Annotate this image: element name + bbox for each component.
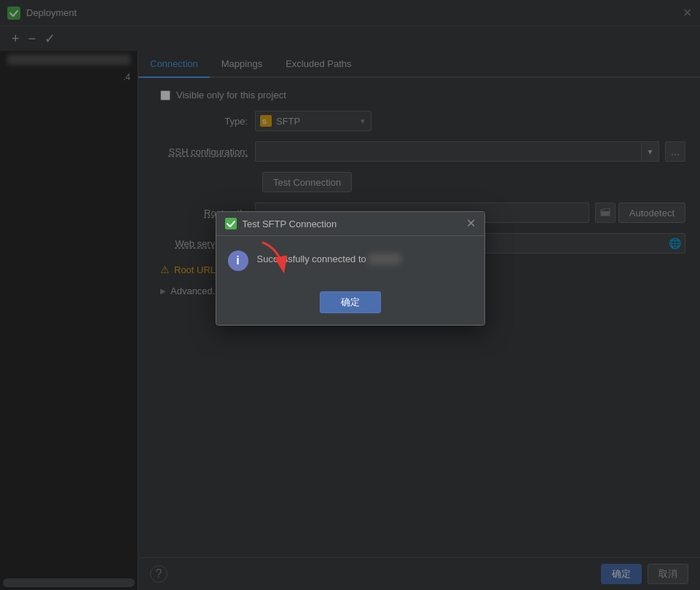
dialog-title: Test SFTP Connection <box>243 219 460 229</box>
modal-overlay: Test SFTP Connection ✕ i Successfully co… <box>0 0 700 590</box>
dialog-footer: 确定 <box>216 286 484 325</box>
dialog-app-icon <box>225 218 237 229</box>
info-icon: i <box>228 251 248 271</box>
red-arrow-icon <box>248 237 300 285</box>
dialog-ok-button[interactable]: 确定 <box>320 291 381 313</box>
dialog-title-bar: Test SFTP Connection ✕ <box>216 212 484 236</box>
dialog-close-button[interactable]: ✕ <box>466 218 476 229</box>
deployment-window: Deployment ✕ + − ✓ .4 Connection <box>0 0 700 590</box>
test-connection-dialog: Test SFTP Connection ✕ i Successfully co… <box>216 211 485 326</box>
dialog-body: i Successfully connected to <box>216 236 484 286</box>
blurred-hostname <box>369 253 400 264</box>
